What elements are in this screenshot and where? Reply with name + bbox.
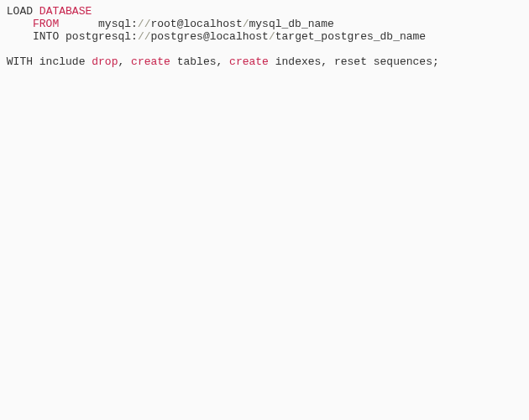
t bbox=[0, 5, 7, 18]
t bbox=[59, 18, 98, 30]
t: LOAD bbox=[7, 5, 33, 18]
t: mysql: bbox=[98, 18, 138, 30]
t: INTO bbox=[33, 30, 59, 43]
t bbox=[0, 55, 7, 68]
cm: / bbox=[243, 18, 249, 30]
t: tables, bbox=[170, 55, 229, 68]
t: WITH include bbox=[7, 55, 86, 68]
kw-create: create bbox=[131, 55, 170, 68]
cm: // bbox=[138, 30, 151, 43]
t: postgres@localhost bbox=[150, 30, 268, 43]
kw-from: FROM bbox=[33, 18, 59, 30]
t: postgresql: bbox=[65, 30, 138, 43]
t: , bbox=[118, 55, 131, 68]
t: target_postgres_db_name bbox=[275, 30, 426, 43]
kw-database: DATABASE bbox=[39, 5, 92, 18]
cm: // bbox=[138, 18, 151, 30]
t bbox=[0, 18, 33, 30]
t: indexes, reset sequences; bbox=[269, 55, 439, 68]
t: root@localhost bbox=[150, 18, 242, 30]
kw-create: create bbox=[229, 55, 269, 68]
t: mysql_db_name bbox=[249, 18, 334, 30]
t bbox=[0, 30, 33, 43]
cm: / bbox=[269, 30, 275, 43]
kw-drop: drop bbox=[92, 55, 118, 68]
code-block: LOAD DATABASE FROM mysql://root@localhos… bbox=[0, 0, 529, 68]
